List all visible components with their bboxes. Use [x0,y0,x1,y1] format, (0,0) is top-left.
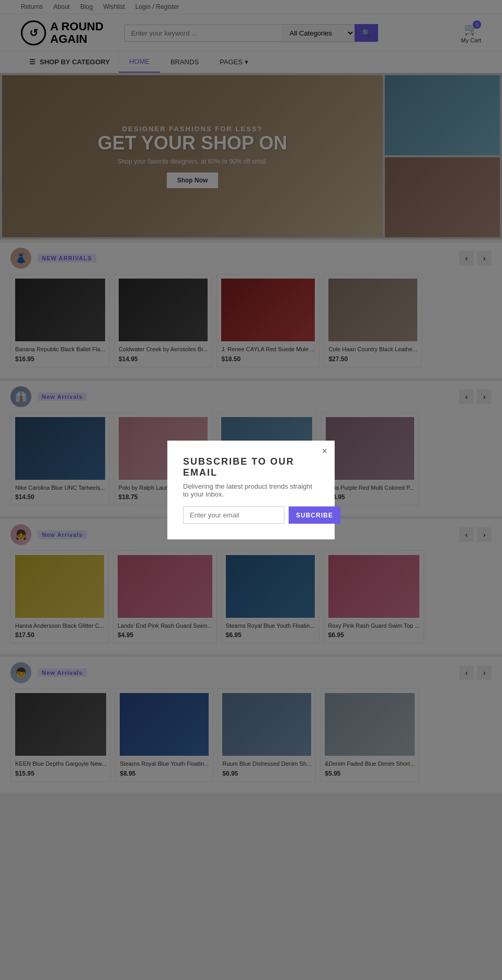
modal-close-button[interactable]: × [322,446,327,457]
modal-submit-button[interactable]: SUBCRIBE [289,506,340,524]
modal-title: SUBSCRIBE TO OUR EMAIL [183,456,319,478]
modal-description: Delivering the latest product trends str… [183,482,319,498]
modal-overlay[interactable]: × SUBSCRIBE TO OUR EMAIL Delivering the … [0,0,502,795]
modal-form: SUBCRIBE [183,506,319,524]
modal-email-input[interactable] [183,506,284,524]
subscribe-modal: × SUBSCRIBE TO OUR EMAIL Delivering the … [167,441,335,539]
